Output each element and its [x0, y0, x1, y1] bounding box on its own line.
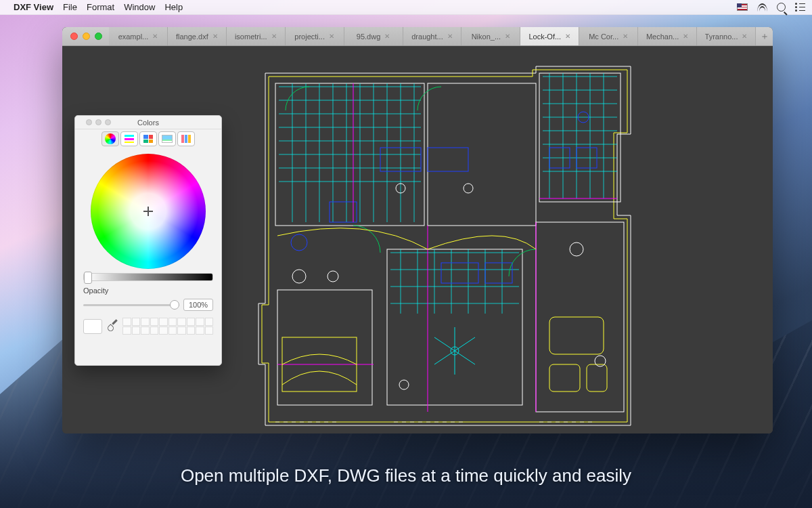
tab-label: 95.dwg: [357, 33, 380, 41]
tab-close-icon[interactable]: ✕: [505, 33, 510, 40]
palette-icon: [143, 135, 153, 143]
tab-close-icon[interactable]: ✕: [152, 33, 158, 40]
document-tab[interactable]: isometri...✕: [226, 27, 285, 45]
document-tab[interactable]: exampl...✕: [109, 27, 167, 45]
opacity-label: Opacity: [83, 287, 213, 295]
tab-close-icon[interactable]: ✕: [683, 33, 688, 40]
wifi-icon[interactable]: [757, 3, 767, 12]
tab-close-icon[interactable]: ✕: [623, 33, 628, 40]
svg-point-23: [595, 356, 606, 366]
document-tab[interactable]: 95.dwg✕: [344, 27, 403, 45]
sliders-icon: [125, 135, 134, 143]
panel-close-button[interactable]: [86, 119, 92, 125]
crayons-icon: [181, 135, 191, 143]
svg-rect-11: [441, 263, 478, 283]
color-sliders-tab[interactable]: [120, 131, 138, 146]
tab-label: Lock-Of...: [528, 33, 561, 41]
svg-rect-17: [549, 364, 580, 391]
svg-point-20: [292, 270, 306, 283]
tab-close-icon[interactable]: ✕: [742, 33, 747, 40]
current-color-swatch[interactable]: [83, 319, 102, 334]
crayons-tab[interactable]: [177, 131, 195, 146]
opacity-slider[interactable]: [83, 304, 179, 306]
desktop: DXF View File Format Window Help exampl.…: [0, 0, 812, 508]
svg-rect-2: [428, 83, 536, 226]
tab-bar: exampl...✕flange.dxf✕isometri...✕project…: [62, 27, 773, 46]
menu-format[interactable]: Format: [87, 2, 114, 12]
tab-label: projecti...: [294, 33, 325, 41]
panel-minimize-button[interactable]: [95, 119, 102, 125]
color-wheel-icon: [105, 133, 116, 144]
tab-label: isometri...: [235, 33, 267, 41]
color-wheel[interactable]: [91, 154, 206, 269]
document-tab[interactable]: Lock-Of...✕: [520, 27, 579, 45]
color-wheel-cursor[interactable]: [143, 207, 153, 216]
close-window-button[interactable]: [70, 33, 78, 40]
window-controls: [62, 27, 109, 45]
input-source-flag-icon[interactable]: [737, 3, 748, 11]
brightness-slider[interactable]: [83, 273, 213, 281]
tab-close-icon[interactable]: ✕: [447, 33, 453, 40]
svg-rect-7: [428, 148, 468, 171]
color-wheel-tab[interactable]: [102, 131, 119, 146]
brightness-knob[interactable]: [84, 272, 92, 284]
color-picker-tabs: [75, 129, 221, 148]
svg-rect-16: [549, 317, 604, 354]
spotlight-search-icon[interactable]: [777, 3, 786, 12]
promo-caption: Open multiple DXF, DWG files at a time q…: [0, 465, 812, 486]
tab-label: draught...: [411, 33, 443, 41]
mac-menubar: DXF View File Format Window Help: [0, 0, 812, 15]
svg-point-26: [399, 380, 409, 389]
document-tab[interactable]: Tyranno...✕: [696, 27, 755, 45]
svg-rect-18: [587, 364, 607, 391]
image-palettes-tab[interactable]: [158, 131, 176, 146]
tab-close-icon[interactable]: ✕: [384, 33, 390, 40]
notification-center-icon[interactable]: [795, 3, 805, 12]
tab-label: Tyranno...: [705, 33, 738, 41]
document-tab[interactable]: flange.dxf✕: [167, 27, 226, 45]
svg-rect-3: [539, 73, 621, 202]
document-tab[interactable]: Mc Cor...✕: [579, 27, 637, 45]
svg-point-21: [328, 271, 338, 282]
opacity-thumb[interactable]: [170, 300, 179, 310]
svg-point-22: [570, 242, 583, 256]
image-icon: [162, 135, 173, 143]
svg-point-25: [464, 184, 473, 193]
svg-rect-12: [485, 263, 512, 283]
document-tab[interactable]: Mechan...✕: [637, 27, 696, 45]
tab-label: Nikon_...: [472, 33, 501, 41]
tab-close-icon[interactable]: ✕: [329, 33, 334, 40]
tab-label: Mechan...: [646, 33, 679, 41]
tab-label: exampl...: [118, 33, 149, 41]
app-name[interactable]: DXF View: [14, 2, 53, 12]
color-palettes-tab[interactable]: [139, 131, 157, 146]
document-tab[interactable]: draught...✕: [403, 27, 461, 45]
menu-file[interactable]: File: [63, 2, 77, 12]
svg-rect-0: [277, 290, 372, 405]
saved-swatches[interactable]: [122, 318, 213, 335]
panel-zoom-button[interactable]: [105, 119, 111, 125]
colors-panel-title: Colors: [137, 119, 159, 127]
tab-close-icon[interactable]: ✕: [271, 33, 277, 40]
eyedropper-icon[interactable]: [108, 322, 117, 331]
tab-label: Mc Cor...: [589, 33, 618, 41]
document-tab[interactable]: Nikon_...✕: [461, 27, 520, 45]
document-tab[interactable]: projecti...✕: [285, 27, 344, 45]
colors-panel-titlebar[interactable]: Colors: [75, 116, 221, 129]
opacity-value-field[interactable]: 100%: [183, 299, 213, 311]
svg-point-13: [291, 234, 307, 251]
tab-close-icon[interactable]: ✕: [212, 33, 218, 40]
new-tab-button[interactable]: ＋: [755, 27, 773, 45]
colors-panel[interactable]: Colors Opacity 100%: [74, 115, 222, 366]
minimize-window-button[interactable]: [83, 33, 90, 40]
menu-window[interactable]: Window: [124, 2, 155, 12]
tab-label: flange.dxf: [176, 33, 208, 41]
svg-rect-8: [330, 202, 357, 222]
tab-close-icon[interactable]: ✕: [565, 33, 570, 40]
zoom-window-button[interactable]: [95, 33, 102, 40]
menu-help[interactable]: Help: [164, 2, 183, 12]
